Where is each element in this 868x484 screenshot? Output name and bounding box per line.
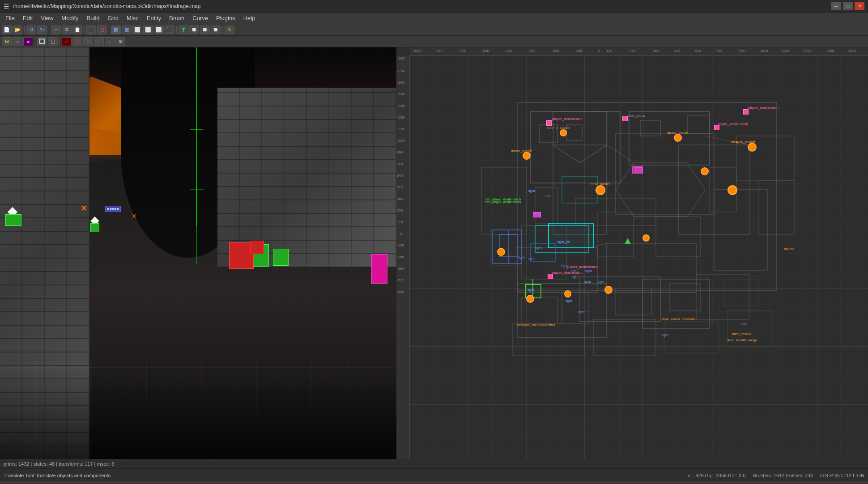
viewport-3d[interactable]: ✕ ■■■■■ ✕ +	[0, 47, 396, 459]
entity-blue-label: ■■■■■	[105, 206, 121, 212]
label-info-player-2: info_player_deathmatch	[485, 200, 521, 204]
circle-button[interactable]: ○	[13, 37, 22, 46]
hamburger-icon[interactable]: ☰	[4, 3, 9, 10]
rotate-left-button[interactable]: ↺	[72, 37, 82, 46]
cut-button[interactable]: ✂	[51, 25, 61, 34]
ruler-left-512: 512	[397, 185, 403, 189]
label-light-13: light	[566, 299, 572, 303]
label-player-dm-3: player_deathmatch	[718, 122, 748, 126]
menu-help[interactable]: Help	[240, 14, 259, 22]
entity-spawn-1	[546, 120, 552, 126]
label-light-6: light	[572, 275, 579, 279]
ruler-left-768: 768	[397, 162, 403, 166]
label-light-jet: light_jet	[557, 240, 570, 244]
entity-red-1	[229, 242, 254, 269]
ruler-top: -1024 -896 -768 -640 -512 -384 -256 -128…	[410, 47, 868, 55]
close-button[interactable]: ✕	[855, 2, 864, 10]
entity-spawn-4	[743, 109, 749, 115]
ruler-tick-neg512: -512	[505, 49, 512, 53]
label-light-11: light	[518, 255, 525, 259]
map-content: player_deathmatch player_deathmatch play…	[410, 55, 868, 459]
label-light-7: light	[584, 280, 591, 284]
maximize-button[interactable]: □	[843, 2, 853, 10]
entity-info-1	[625, 238, 631, 244]
selected-pink-rect	[632, 166, 643, 174]
texture-view-2[interactable]: ◫	[48, 37, 58, 46]
deselect-button[interactable]: ◻	[97, 25, 107, 34]
menu-view[interactable]: View	[37, 14, 57, 22]
label-weapon-ammo: weapon_rocketlauncher	[517, 323, 555, 327]
menu-edit[interactable]: Edit	[19, 14, 36, 22]
move-button[interactable]: ↔	[62, 37, 72, 46]
undo-button[interactable]: ↺	[26, 25, 36, 34]
label-light-4: light	[571, 269, 578, 273]
compile-button[interactable]: 🔲	[211, 25, 221, 34]
texture-view-1[interactable]: 🔳	[37, 37, 47, 46]
texture-lock-button[interactable]: T	[179, 25, 188, 34]
label-mega: item_health_mega	[728, 338, 757, 342]
orange-x-marker-2: ✕	[132, 212, 137, 220]
ruler-tick-1536: 1536	[848, 49, 856, 53]
select-button[interactable]: ⬛	[86, 25, 96, 34]
orange-x-marker: ✕	[81, 204, 87, 213]
entity-armor-2	[533, 212, 541, 217]
ruler-tick-512: 512	[674, 49, 680, 53]
menu-plugins[interactable]: Plugins	[213, 14, 239, 22]
ruler-left-128: 128	[397, 220, 403, 224]
ruler-left-1792: 1792	[397, 69, 405, 73]
label-light-16: light	[662, 333, 668, 337]
entity-green-small	[273, 249, 289, 266]
extra-button[interactable]: ⊛	[115, 37, 125, 46]
toolbar-separator-5	[176, 26, 177, 34]
ruler-tick-neg768: -768	[459, 49, 466, 53]
label-misc-model-2: armor_model	[667, 131, 688, 135]
status-bar-right: x:: -928.0 y:: 2056.0 z:: 0.0 Brushes: 1…	[687, 473, 864, 478]
label-light-12: light	[528, 257, 535, 261]
flip-h-button[interactable]: ↔	[94, 37, 104, 46]
toolbar-row-1: 📄 📂 ↺ ↻ ✂ ⧉ 📋 ⬛ ◻ ▦ ▦ ⬜ ⬜ ⬜ ⬛ T 🔲 🔲 🔲 ↻	[0, 24, 868, 36]
label-func-group: func_group	[628, 114, 645, 118]
menu-grid[interactable]: Grid	[104, 14, 123, 22]
toolbar-separator-8	[60, 38, 60, 46]
status-bar-bottom: Translate Tool: translate objects and co…	[0, 469, 868, 481]
rotate-right-button[interactable]: ↻	[83, 37, 93, 46]
entity-filter-button[interactable]: 🔲	[200, 25, 210, 34]
ruler-tick-neg384: -384	[528, 49, 536, 53]
entity-circle-3	[596, 185, 605, 195]
open-file-button[interactable]: 📂	[13, 25, 22, 34]
new-file-button[interactable]: 📄	[2, 25, 12, 34]
view-toggle-3[interactable]: ⬜	[132, 25, 142, 34]
label-player-dm-4: player_deathmatch	[552, 271, 583, 275]
copy-button[interactable]: ⧉	[62, 25, 72, 34]
menu-modify[interactable]: Modify	[58, 14, 82, 22]
menu-misc[interactable]: Misc	[123, 14, 142, 22]
snap-button[interactable]: ⊞	[2, 37, 12, 46]
ruler-left-1408: 1408	[397, 104, 405, 108]
menu-curve[interactable]: Curve	[189, 14, 212, 22]
label-misc-model-5: misc_c_model	[547, 126, 570, 130]
viewport-2d[interactable]: -1024 -896 -768 -640 -512 -384 -256 -128…	[396, 47, 868, 459]
menu-brush[interactable]: Brush	[166, 14, 188, 22]
flip-v-button[interactable]: ↕	[105, 37, 115, 46]
ruler-tick-1024: 1024	[760, 49, 768, 53]
entity-circle-10	[526, 295, 534, 303]
green-axis-horiz	[190, 189, 204, 190]
paste-button[interactable]: 📋	[72, 25, 82, 34]
color-button[interactable]: ■	[23, 37, 33, 46]
minimize-button[interactable]: ─	[831, 2, 841, 10]
menu-file[interactable]: File	[2, 14, 18, 22]
entity-pink-box	[371, 254, 387, 284]
ruler-tick-128: 128	[606, 49, 612, 53]
view-toggle-4[interactable]: ⬜	[143, 25, 153, 34]
menu-build[interactable]: Build	[83, 14, 103, 22]
label-item-armor: item_armor_medium	[662, 317, 695, 321]
filter-button[interactable]: 🔲	[189, 25, 199, 34]
view-toggle-5[interactable]: ⬜	[154, 25, 164, 34]
view-toggle-2[interactable]: ▦	[122, 25, 132, 34]
menu-entity[interactable]: Entity	[143, 14, 165, 22]
redo-button[interactable]: ↻	[37, 25, 47, 34]
refresh-button[interactable]: ↻	[225, 25, 234, 34]
view-toggle-1[interactable]: ▦	[111, 25, 121, 34]
view-toggle-6[interactable]: ⬛	[165, 25, 174, 34]
ruler-tick-neg128: -128	[575, 49, 582, 53]
